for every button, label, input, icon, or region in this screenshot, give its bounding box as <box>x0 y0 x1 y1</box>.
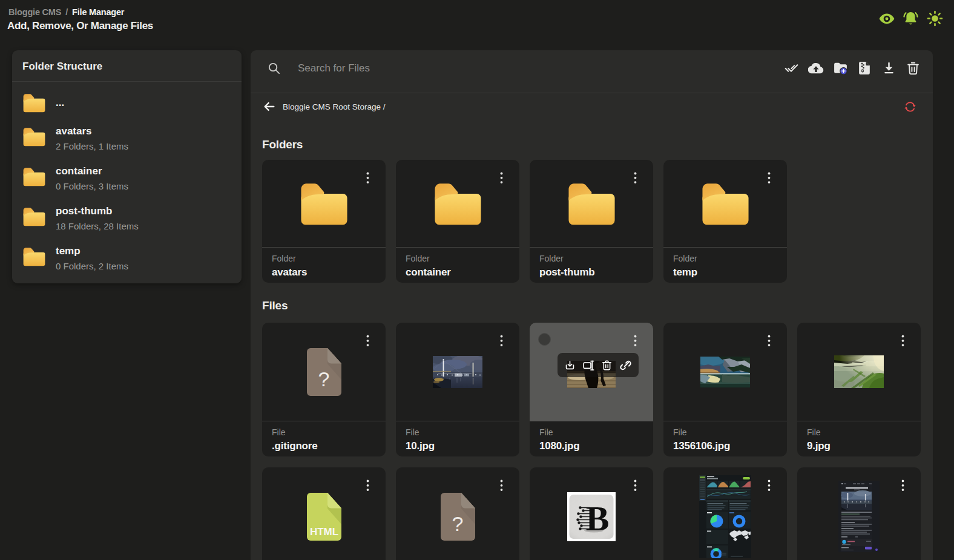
svg-text:B: B <box>586 499 610 538</box>
svg-text:HTML: HTML <box>309 526 338 538</box>
svg-text:?: ? <box>318 367 329 390</box>
svg-text:?: ? <box>452 512 463 535</box>
